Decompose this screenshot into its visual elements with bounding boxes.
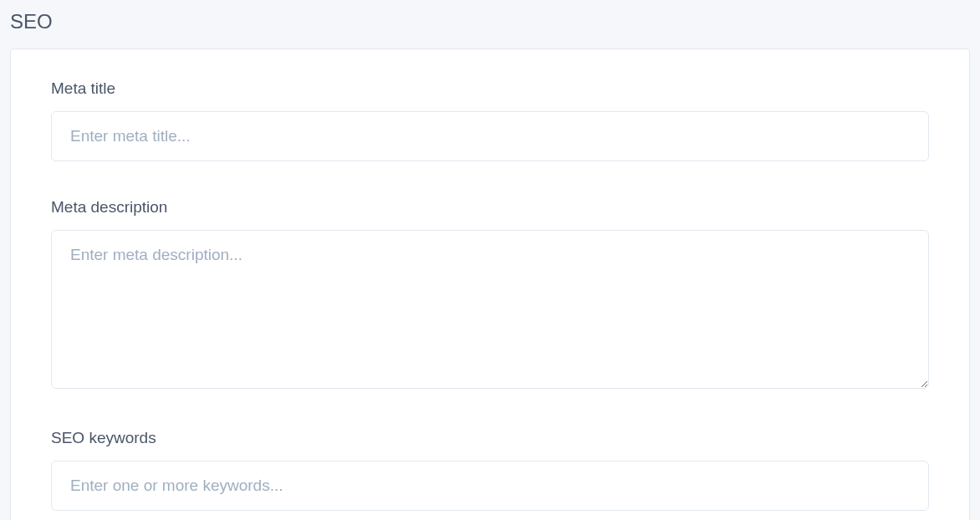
- meta-description-textarea[interactable]: [51, 230, 929, 389]
- seo-card: Meta title Meta description SEO keywords: [10, 48, 970, 520]
- meta-description-group: Meta description: [51, 198, 929, 392]
- section-title: SEO: [0, 0, 980, 48]
- meta-title-input[interactable]: [51, 111, 929, 161]
- meta-description-label: Meta description: [51, 198, 929, 217]
- meta-title-group: Meta title: [51, 79, 929, 161]
- seo-keywords-input[interactable]: [51, 461, 929, 511]
- meta-title-label: Meta title: [51, 79, 929, 98]
- seo-keywords-group: SEO keywords: [51, 429, 929, 511]
- seo-keywords-label: SEO keywords: [51, 429, 929, 447]
